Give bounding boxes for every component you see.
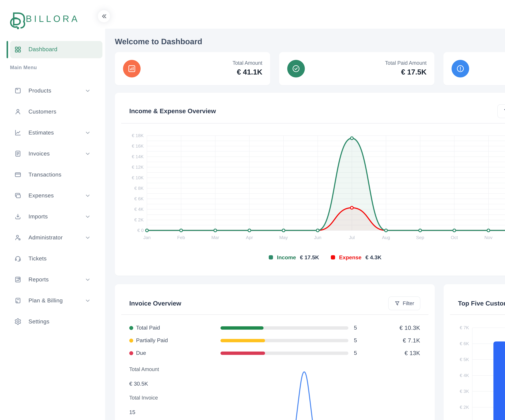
- svg-text:Mar: Mar: [211, 235, 219, 240]
- svg-text:€ 10K: € 10K: [132, 175, 144, 180]
- svg-text:€ 16K: € 16K: [132, 144, 144, 149]
- svg-text:€ 6K: € 6K: [460, 341, 469, 346]
- svg-text:€ 8K: € 8K: [134, 186, 144, 191]
- svg-text:€ 18K: € 18K: [132, 133, 144, 138]
- svg-text:€ 0: € 0: [137, 228, 144, 233]
- svg-text:€ 6K: € 6K: [134, 196, 144, 201]
- svg-text:Aug: Aug: [382, 235, 390, 240]
- svg-text:Jan: Jan: [143, 235, 151, 240]
- svg-text:Feb: Feb: [177, 235, 185, 240]
- svg-text:€ 4K: € 4K: [134, 207, 144, 212]
- svg-text:€ 14K: € 14K: [132, 154, 144, 159]
- svg-text:€ 2K: € 2K: [134, 217, 144, 222]
- svg-text:Nov: Nov: [484, 235, 492, 240]
- svg-text:€ 3K: € 3K: [460, 389, 469, 394]
- svg-text:Jun: Jun: [314, 235, 321, 240]
- svg-text:Sep: Sep: [416, 235, 424, 240]
- svg-text:€ 2K: € 2K: [460, 405, 469, 410]
- svg-text:€ 7K: € 7K: [460, 325, 469, 330]
- svg-text:Oct: Oct: [451, 235, 458, 240]
- svg-text:Jul: Jul: [349, 235, 355, 240]
- svg-text:€ 12K: € 12K: [132, 165, 144, 170]
- svg-text:€ 4K: € 4K: [460, 373, 469, 378]
- svg-text:May: May: [279, 235, 288, 240]
- svg-text:€ 5K: € 5K: [460, 357, 469, 362]
- svg-text:Apr: Apr: [246, 235, 253, 240]
